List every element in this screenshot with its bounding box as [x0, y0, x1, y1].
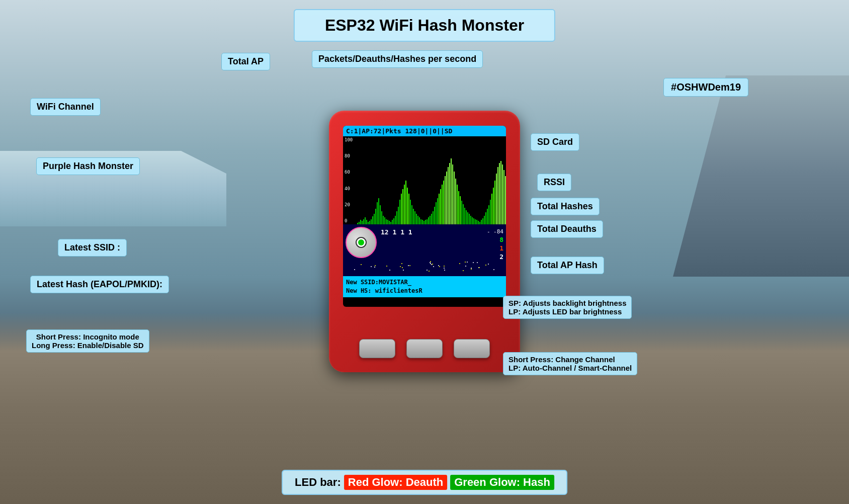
graph-bar [381, 211, 382, 224]
graph-bar [487, 209, 488, 225]
ssid-line2: New HS: wificlientesR [346, 287, 503, 295]
rssi-row: - -84 [487, 228, 503, 235]
graph-bar [502, 164, 503, 224]
right-button[interactable] [454, 339, 490, 358]
label-total-ap: Total AP [221, 53, 270, 70]
graph-bar [378, 198, 379, 225]
scatter-dot [431, 264, 432, 265]
graph-bar [393, 218, 394, 224]
graph-bar [440, 189, 441, 224]
center-numbers: 12 1 1 1 [381, 228, 412, 236]
ssid-line1: New SSID:MOVISTAR_ [346, 278, 503, 287]
scatter-dot [401, 263, 402, 264]
graph-bar [499, 163, 500, 225]
graph-bar [389, 221, 390, 224]
label-total-deauths: Total Deauths [531, 220, 603, 238]
graph-bar [464, 208, 465, 224]
graph-bar [458, 191, 459, 225]
graph-bar [395, 216, 396, 225]
graph-bar [419, 217, 420, 224]
graph-bar [420, 219, 421, 225]
label-sd-card: SD Card [531, 133, 579, 151]
scatter-dot [403, 270, 404, 271]
graph-bar [491, 194, 492, 224]
graph-bar [493, 188, 494, 225]
graph-bar [503, 170, 504, 225]
graph-bar [402, 189, 403, 224]
label-total-hashes: Total Hashes [531, 198, 600, 215]
scatter-dot [389, 270, 390, 271]
monster-icon [346, 227, 377, 258]
monster-eye [356, 237, 367, 248]
middle-button[interactable] [406, 339, 443, 358]
device-screen: C:1|AP:72|Pkts 128|0||0||SD 100 80 60 40… [343, 126, 506, 307]
counter3-row: 2 [487, 253, 503, 261]
rssi-value: - -84 [487, 228, 503, 235]
label-latest-hash: Latest Hash (EAPOL/PMKID): [30, 276, 169, 293]
led-bar-label: LED bar: [295, 476, 341, 489]
graph-bar [443, 181, 444, 225]
scatter-dot [459, 263, 460, 264]
graph-bar [371, 219, 372, 225]
scatter-dot [493, 269, 494, 270]
scatter-dot [375, 265, 376, 266]
scatter-dot [371, 266, 372, 267]
graph-bar [369, 221, 370, 224]
scatter-dot [409, 265, 410, 266]
graph-bar [362, 221, 363, 224]
graph-bar [463, 204, 464, 224]
label-right-button: Short Press: Change Channel LP: Auto-Cha… [503, 352, 637, 375]
scatter-dot [439, 266, 440, 267]
counter1-row: 8 [487, 236, 503, 243]
scatter-dot [354, 269, 355, 270]
graph-bar [448, 167, 449, 224]
monster-area [346, 227, 378, 260]
graph-bar [488, 205, 489, 225]
graph-bar [482, 218, 483, 224]
graph-bar [408, 194, 409, 224]
label-packets: Packets/Deauths/Hashes per second [312, 50, 483, 68]
scatter-area [346, 261, 506, 273]
label-wifi-channel: WiFi Channel [30, 98, 101, 116]
scatter-dot [402, 267, 403, 268]
label-total-ap-hash: Total AP Hash [531, 257, 604, 274]
graph-bar [484, 216, 485, 225]
graph-bar [380, 205, 381, 225]
counter2-row: 1 [487, 244, 503, 252]
graph-bar [430, 216, 431, 225]
graph-label-0: 0 [345, 218, 353, 223]
buttons-row [329, 339, 520, 358]
scatter-dot [488, 264, 489, 265]
device-body: C:1|AP:72|Pkts 128|0||0||SD 100 80 60 40… [329, 111, 520, 372]
scatter-dot [361, 264, 362, 265]
device: C:1|AP:72|Pkts 128|0||0||SD 100 80 60 40… [329, 111, 520, 372]
scatter-dot [471, 268, 472, 269]
graph-bar [470, 216, 471, 225]
graph-bar [475, 219, 476, 225]
graph-bar [469, 214, 470, 224]
graph-labels: 100 80 60 40 20 0 [345, 136, 353, 224]
graph-bar [405, 181, 406, 225]
graph-bar [374, 214, 375, 224]
scatter-dot [427, 270, 428, 271]
graph-bar [414, 211, 415, 224]
counter2: 1 [499, 244, 503, 252]
graph-bar [416, 214, 417, 224]
graph-bar [460, 196, 461, 224]
graph-bar [461, 201, 462, 224]
led-red-label: Red Glow: Deauth [344, 475, 447, 490]
scatter-dot [444, 266, 445, 267]
scatter-dot [477, 262, 478, 263]
graph-bar [473, 218, 474, 224]
graph-bar [428, 217, 429, 224]
left-button[interactable] [359, 339, 395, 358]
page-title: ESP32 WiFi Hash Monster [294, 9, 555, 42]
scatter-dot [465, 266, 466, 267]
graph-bar [407, 188, 408, 225]
scatter-dot [463, 270, 464, 271]
graph-bar [434, 207, 435, 224]
led-bar: LED bar: Red Glow: Deauth Green Glow: Ha… [282, 470, 567, 495]
graph-bar [446, 172, 447, 224]
graph-bar [363, 219, 364, 225]
graph-bar [417, 216, 418, 225]
